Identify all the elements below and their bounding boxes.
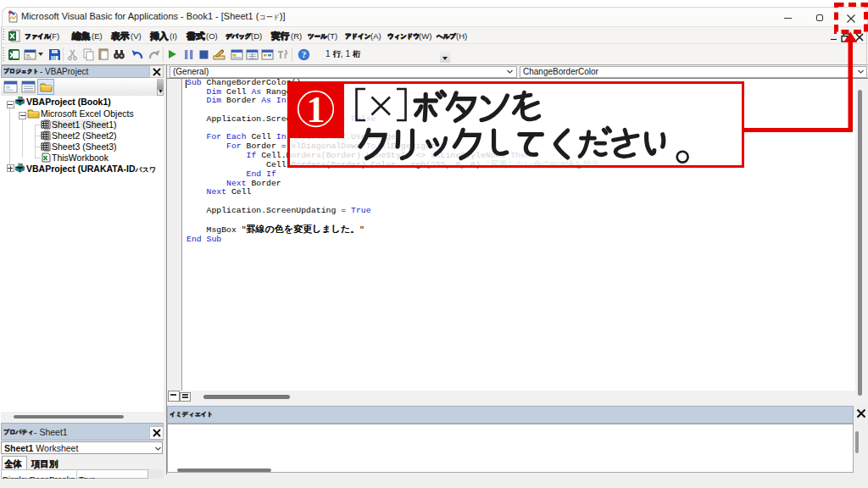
svg-text:1: 1 xyxy=(307,89,326,130)
